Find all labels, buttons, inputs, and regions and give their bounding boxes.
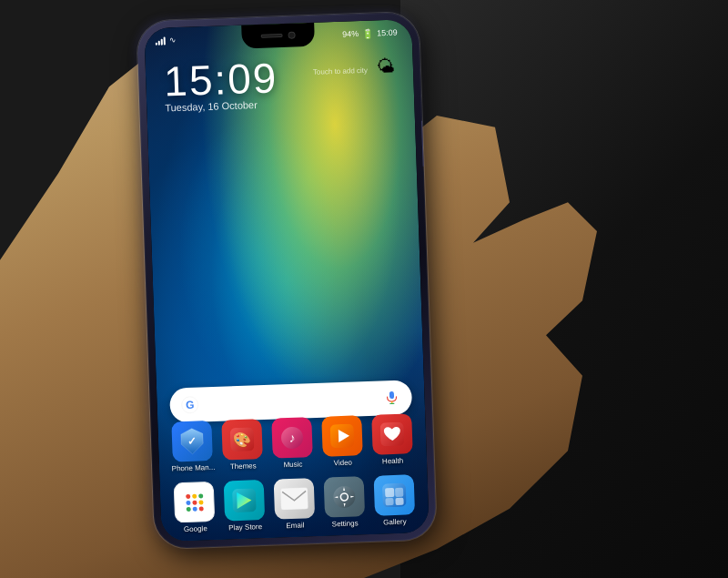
app-settings[interactable]: Settings (319, 476, 369, 529)
health-icon (371, 413, 413, 455)
svg-rect-23 (395, 488, 403, 497)
app-row-1: ✓ Phone Man... (157, 413, 427, 473)
battery-icon: 🔋 (362, 28, 373, 38)
svg-rect-16 (280, 487, 308, 510)
svg-text:♪: ♪ (288, 431, 296, 445)
svg-text:G: G (186, 399, 195, 411)
phone-body: ∿ 94% 🔋 15:09 15:09 Tuesday, 16 October … (136, 12, 437, 549)
clock-time: 15:09 (163, 53, 278, 106)
gallery-icon (373, 474, 415, 516)
play-store-icon (224, 480, 266, 522)
status-left: ∿ (156, 35, 177, 46)
signal-icon (156, 35, 166, 45)
app-gallery[interactable]: Gallery (369, 474, 419, 527)
email-label: Email (286, 521, 304, 530)
front-camera (288, 32, 295, 39)
clock-area: 15:09 Tuesday, 16 October (145, 48, 414, 114)
svg-rect-22 (385, 488, 394, 497)
video-icon (321, 415, 363, 457)
mic-icon[interactable] (382, 389, 401, 408)
svg-text:🎨: 🎨 (233, 431, 252, 449)
status-time: 15:09 (377, 28, 398, 38)
notch (241, 23, 315, 49)
app-music[interactable]: ♪ Music (268, 417, 317, 470)
app-play-store[interactable]: Play Store (220, 480, 269, 532)
email-icon (274, 478, 316, 520)
speaker (261, 34, 283, 38)
google-icon (174, 482, 216, 523)
search-input-area[interactable] (199, 398, 383, 404)
health-label: Health (382, 457, 403, 466)
app-google[interactable]: Google (170, 482, 219, 534)
app-email[interactable]: Email (270, 478, 319, 531)
play-store-label: Play Store (228, 522, 262, 532)
gallery-label: Gallery (383, 518, 407, 527)
settings-label: Settings (332, 519, 359, 528)
app-row-2: Google (160, 474, 430, 534)
app-video[interactable]: Video (318, 415, 367, 468)
scene: ∿ 94% 🔋 15:09 15:09 Tuesday, 16 October … (0, 0, 728, 578)
battery-percent: 94% (342, 29, 359, 39)
google-label: Google (184, 524, 207, 533)
google-g-icon: G (180, 395, 199, 414)
weather-icon: 🌤 (376, 56, 395, 78)
status-right: 94% 🔋 15:09 (342, 27, 398, 39)
phone-manager-label: Phone Man... (172, 463, 216, 473)
wifi-icon: ∿ (169, 35, 177, 45)
svg-text:✓: ✓ (187, 435, 197, 448)
phone-manager-icon: ✓ (172, 421, 214, 462)
phone: ∿ 94% 🔋 15:09 15:09 Tuesday, 16 October … (136, 12, 437, 549)
music-label: Music (283, 461, 302, 470)
app-health[interactable]: Health (368, 413, 417, 466)
video-label: Video (333, 459, 352, 468)
music-icon: ♪ (271, 417, 313, 459)
phone-screen: ∿ 94% 🔋 15:09 15:09 Tuesday, 16 October … (144, 19, 430, 542)
themes-icon: 🎨 (222, 419, 264, 461)
themes-label: Themes (230, 461, 257, 471)
svg-rect-24 (385, 498, 393, 505)
app-themes[interactable]: 🎨 Themes (218, 419, 268, 472)
settings-icon (323, 476, 365, 518)
google-grid-dots (186, 493, 204, 512)
app-phone-manager[interactable]: ✓ Phone Man... (168, 421, 217, 473)
svg-rect-2 (389, 391, 394, 399)
svg-rect-25 (395, 498, 403, 505)
